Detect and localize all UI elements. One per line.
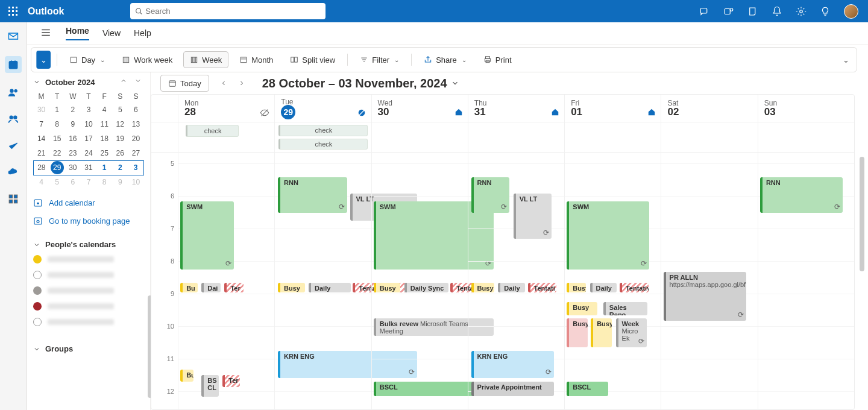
allday-event[interactable]: check [278, 125, 367, 136]
minicalendar-day[interactable]: 6 [65, 175, 81, 189]
calendar-event[interactable]: SWM⟳ [180, 201, 234, 270]
workweek-view-button[interactable]: Work week [116, 51, 178, 68]
calendar-event[interactable]: RNN⟳ [278, 177, 347, 213]
tab-help[interactable]: Help [134, 28, 151, 38]
chevron-down-icon[interactable] [451, 79, 459, 87]
minicalendar-day[interactable]: 5 [49, 175, 65, 189]
calendar-event[interactable]: RNN⟳ [471, 177, 510, 213]
tab-home[interactable]: Home [66, 26, 89, 40]
calendar-event[interactable]: Busy [567, 318, 588, 348]
day-view-button[interactable]: Day⌄ [63, 51, 111, 68]
calendar-event[interactable]: Sales Repo [603, 302, 647, 315]
onedrive-icon[interactable] [7, 166, 20, 179]
next-month-button[interactable] [134, 77, 144, 87]
minicalendar-day[interactable]: 3 [81, 102, 96, 117]
calendar-event[interactable]: Daily Sync Mic [404, 283, 448, 292]
day-header[interactable]: Sun03 [758, 95, 854, 122]
allday-event[interactable]: check [278, 139, 367, 150]
calendar-event[interactable]: Busy [567, 283, 586, 292]
day-header[interactable]: Mon28 [178, 95, 274, 122]
calendar-event[interactable]: Busy [471, 283, 494, 292]
next-week-button[interactable] [238, 80, 245, 87]
calendar-scrollbar[interactable] [860, 157, 864, 271]
minicalendar-day[interactable]: 29 [49, 160, 65, 175]
calendar-event[interactable]: RNN⟳ [760, 177, 843, 213]
app-launcher-icon[interactable] [0, 0, 27, 22]
minicalendar-day[interactable]: 2 [65, 102, 81, 117]
minicalendar-day[interactable]: 27 [128, 146, 143, 160]
calendar-event[interactable]: Busy [567, 302, 597, 315]
calendar-event[interactable]: Daily Sync Mic [309, 283, 351, 292]
new-event-chevron[interactable]: ⌄ [36, 51, 51, 69]
groups-section[interactable]: Groups [33, 344, 144, 353]
apps-icon[interactable] [7, 192, 20, 206]
new-event-button[interactable]: New event ⌄ [36, 51, 51, 69]
calendar-event[interactable]: Busy [374, 283, 401, 292]
search-input[interactable] [145, 7, 321, 16]
peoples-calendars-section[interactable]: People's calendars [33, 240, 144, 249]
add-calendar-link[interactable]: Add calendar [33, 198, 144, 207]
avatar[interactable] [844, 4, 858, 19]
calendar-event[interactable]: SWM⟳ [567, 201, 649, 270]
day-header[interactable]: Fri01 [565, 95, 661, 122]
minicalendar-day[interactable]: 17 [81, 131, 96, 146]
minicalendar-day[interactable]: 25 [96, 146, 112, 160]
calendar-toggle[interactable] [33, 286, 144, 295]
people-icon[interactable] [7, 86, 20, 99]
calendar-event[interactable]: VL LT⟳ [514, 194, 552, 239]
calendar-event[interactable]: Ter [224, 283, 244, 292]
tab-view[interactable]: View [102, 28, 121, 38]
notes-icon[interactable] [747, 6, 758, 17]
minicalendar-day[interactable]: 8 [49, 117, 65, 131]
minicalendar-day[interactable]: 22 [49, 146, 65, 160]
calendar-event[interactable]: KRN ENG⟳ [471, 351, 554, 379]
minicalendar-day[interactable]: 30 [65, 160, 81, 175]
calendar-toggle[interactable] [33, 318, 144, 326]
teams-icon[interactable] [723, 6, 734, 17]
day-header[interactable]: Wed30 [372, 95, 468, 122]
todo-icon[interactable] [7, 139, 20, 153]
minicalendar-day[interactable]: 11 [96, 117, 112, 131]
minicalendar-day[interactable]: 21 [34, 146, 49, 160]
calendar-toggle[interactable] [33, 302, 144, 311]
minicalendar-day[interactable]: 30 [34, 102, 49, 117]
toolbar-overflow[interactable]: ⌄ [840, 55, 852, 65]
calendar-event[interactable]: Daily Sy [498, 283, 525, 292]
day-header[interactable]: Tue29 [275, 95, 371, 122]
gear-icon[interactable] [796, 6, 807, 17]
calendar-event[interactable]: Week Micro Ek⟳ [616, 318, 647, 348]
minicalendar-day[interactable]: 14 [34, 131, 49, 146]
minicalendar-day[interactable]: 16 [65, 131, 81, 146]
minicalendar-day[interactable]: 5 [112, 102, 128, 117]
calendar-event[interactable]: Private Appointment [471, 382, 554, 396]
hamburger-icon[interactable] [40, 27, 52, 39]
calendar-event[interactable]: Ter [222, 375, 240, 387]
minicalendar-day[interactable]: 7 [81, 175, 96, 189]
minicalendar-day[interactable]: 12 [112, 117, 128, 131]
booking-link[interactable]: Go to my booking page [33, 216, 144, 226]
minicalendar-day[interactable]: 20 [128, 131, 143, 146]
calendar-event[interactable]: BS CL [201, 375, 219, 397]
minicalendar-day[interactable]: 13 [128, 117, 143, 131]
groups-icon[interactable] [7, 113, 20, 126]
allday-event[interactable]: check [186, 125, 239, 137]
minicalendar-day[interactable]: 3 [128, 160, 143, 175]
minicalendar-day[interactable]: 9 [65, 117, 81, 131]
week-view-button[interactable]: Week [183, 51, 228, 68]
calendar-event[interactable]: Tentativ [620, 283, 649, 292]
prev-month-button[interactable] [120, 77, 130, 87]
teams-chat-icon[interactable] [699, 6, 710, 17]
minicalendar-day[interactable]: 24 [81, 146, 96, 160]
minicalendar-day[interactable]: 4 [34, 175, 49, 189]
filter-button[interactable]: Filter⌄ [354, 51, 405, 68]
minicalendar-day[interactable]: 10 [128, 175, 143, 189]
calendar-event[interactable]: PR ALLN https://maps.app.goo.gl/bf5wvMc4… [664, 272, 746, 321]
month-view-button[interactable]: Month [233, 51, 279, 68]
calendar-icon[interactable] [5, 56, 22, 73]
minicalendar-day[interactable]: 1 [49, 102, 65, 117]
minicalendar-day[interactable]: 26 [112, 146, 128, 160]
print-button[interactable]: Print [477, 51, 518, 68]
minicalendar-day[interactable]: 31 [81, 160, 96, 175]
minicalendar-day[interactable]: 28 [34, 160, 49, 175]
calendar-toggle[interactable] [33, 271, 144, 279]
